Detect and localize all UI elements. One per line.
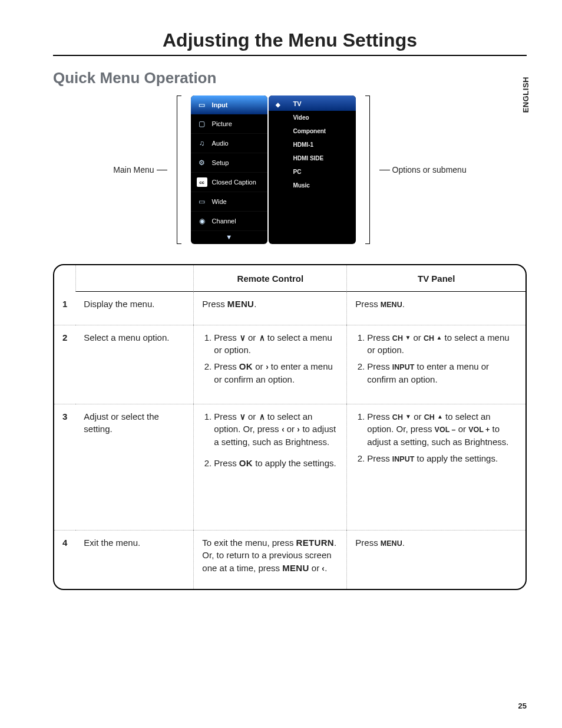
submenu-item: HDMI SIDE [269, 151, 356, 165]
page-number: 25 [518, 701, 527, 710]
cc-icon: cc [197, 177, 207, 187]
chevron-down-icon: ∨ [239, 410, 245, 423]
submenu-item: Video [269, 111, 356, 124]
audio-icon: ♫ [197, 139, 207, 148]
table-row: 1 Display the menu. Press MENU. Press ME… [54, 292, 525, 325]
menu-item-wide: ▭ Wide [191, 192, 267, 212]
main-menu-label: Main Menu [113, 165, 167, 174]
input-icon: ▭ [197, 100, 207, 110]
step-desc: Adjust or select the setting. [75, 404, 193, 530]
remote-cell: Press MENU. [193, 292, 346, 325]
menu-item-cc: cc Closed Caption [191, 173, 267, 192]
chevron-left-icon: ‹ [322, 562, 325, 575]
menu-item-channel: ◉ Channel [191, 212, 267, 231]
header-panel: TV Panel [346, 265, 525, 292]
step-number: 1 [54, 292, 75, 325]
panel-cell: Press MENU. [346, 530, 525, 589]
panel-cell: Press CH ▼ or CH ▲ to select an option. … [346, 404, 525, 530]
menu-item-setup: ⚙ Setup [191, 153, 267, 173]
step-number: 4 [54, 530, 75, 589]
remote-cell: Press ∨ or ∧ to select an option. Or, pr… [193, 404, 346, 530]
submenu-item: PC [269, 165, 356, 179]
chevron-left-icon: ‹ [282, 423, 285, 436]
channel-icon: ◉ [197, 216, 207, 226]
menu-item-picture: ▢ Picture [191, 114, 267, 134]
instruction-table: Remote Control TV Panel 1 Display the me… [53, 264, 527, 590]
chevron-up-icon: ∧ [259, 410, 265, 423]
triangle-down-icon: ▼ [405, 413, 411, 421]
step-desc: Exit the menu. [75, 530, 193, 589]
step-number: 3 [54, 404, 75, 530]
language-tab: ENGLISH [521, 77, 530, 113]
table-row: 2 Select a menu option. Press ∨ or ∧ to … [54, 325, 525, 404]
table-row: 3 Adjust or select the setting. Press ∨ … [54, 404, 525, 530]
panel-cell: Press CH ▼ or CH ▲ to select a menu or o… [346, 325, 525, 404]
chevron-right-icon: › [266, 360, 269, 373]
horizontal-rule [53, 55, 527, 56]
chevron-down-icon: ▼ [191, 231, 267, 244]
picture-icon: ▢ [197, 119, 207, 129]
header-remote: Remote Control [193, 265, 346, 292]
submenu-item: Component [269, 124, 356, 138]
triangle-up-icon: ▲ [437, 334, 442, 342]
step-number: 2 [54, 325, 75, 404]
submenu-item: HDMI-1 [269, 138, 356, 151]
menu-item-audio: ♫ Audio [191, 134, 267, 153]
main-menu-panel: ▭ Input ▢ Picture ♫ Audio ⚙ Setup cc C [191, 95, 267, 244]
triangle-up-icon: ▲ [437, 413, 443, 421]
step-desc: Display the menu. [75, 292, 193, 325]
triangle-down-icon: ▼ [405, 334, 411, 342]
chevron-down-icon: ∨ [239, 331, 245, 344]
setup-icon: ⚙ [197, 158, 207, 167]
menu-diagram: Main Menu ▭ Input ▢ Picture ♫ Audio ⚙ [53, 95, 527, 244]
submenu-selected: ◆ TV [269, 95, 356, 111]
panel-cell: Press MENU. [346, 292, 525, 325]
remote-cell: To exit the menu, press RETURN. Or, to r… [193, 530, 346, 589]
table-row: 4 Exit the menu. To exit the menu, press… [54, 530, 525, 589]
chevron-right-icon: › [297, 423, 300, 436]
menu-item-input: ▭ Input [191, 95, 267, 114]
submenu-item: Music [269, 179, 356, 192]
submenu-label: Options or submenu [379, 165, 467, 174]
section-title: Quick Menu Operation [53, 69, 527, 87]
pointer-icon: ◆ [276, 101, 280, 108]
chevron-up-icon: ∧ [259, 331, 265, 344]
remote-cell: Press ∨ or ∧ to select a menu or option.… [193, 325, 346, 404]
step-desc: Select a menu option. [75, 325, 193, 404]
page-title: Adjusting the Menu Settings [53, 29, 527, 51]
wide-icon: ▭ [197, 197, 207, 206]
submenu-panel: TV ◆ TV Video Component HDMI-1 HDMI SIDE… [269, 95, 356, 244]
